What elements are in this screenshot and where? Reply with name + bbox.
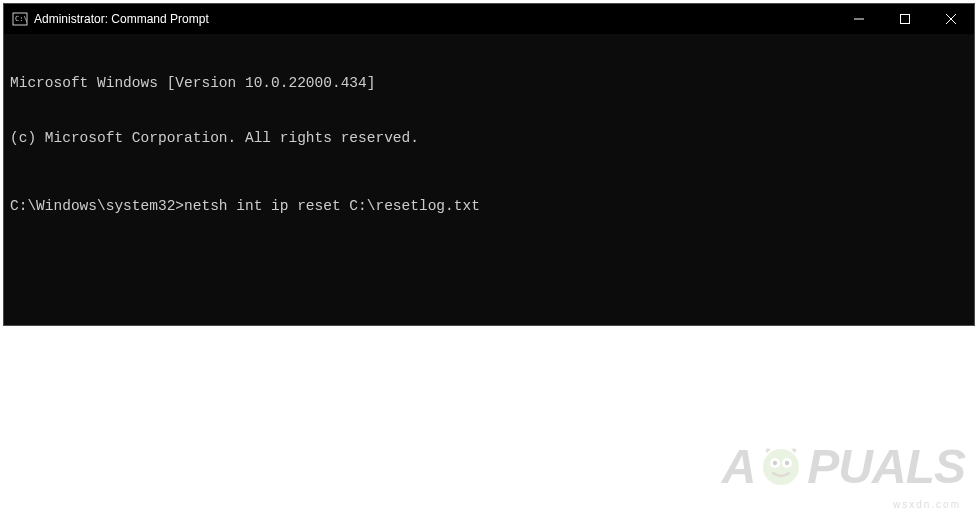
svg-point-6: [763, 449, 799, 485]
watermark-logo: A PUALS: [722, 439, 965, 494]
svg-text:C:\: C:\: [15, 15, 28, 23]
watermark-mascot-icon: [757, 443, 805, 491]
watermark-suffix: PUALS: [807, 439, 965, 494]
terminal-output-line: (c) Microsoft Corporation. All rights re…: [10, 129, 968, 147]
maximize-button[interactable]: [882, 4, 928, 34]
window-controls: [836, 4, 974, 34]
terminal-body[interactable]: Microsoft Windows [Version 10.0.22000.43…: [4, 34, 974, 325]
titlebar[interactable]: C:\ Administrator: Command Prompt: [4, 4, 974, 34]
watermark-prefix: A: [722, 439, 756, 494]
minimize-button[interactable]: [836, 4, 882, 34]
terminal-command: netsh int ip reset C:\resetlog.txt: [184, 198, 480, 214]
close-button[interactable]: [928, 4, 974, 34]
terminal-prompt: C:\Windows\system32>: [10, 198, 184, 214]
titlebar-left: C:\ Administrator: Command Prompt: [12, 11, 209, 27]
terminal-prompt-line: C:\Windows\system32>netsh int ip reset C…: [10, 197, 968, 215]
window-title: Administrator: Command Prompt: [34, 12, 209, 26]
cmd-icon: C:\: [12, 11, 28, 27]
command-prompt-window: C:\ Administrator: Command Prompt Micros…: [3, 3, 975, 326]
watermark-subtext: wsxdn.com: [893, 499, 961, 510]
svg-rect-3: [901, 15, 910, 24]
svg-point-10: [785, 460, 789, 464]
terminal-output-line: Microsoft Windows [Version 10.0.22000.43…: [10, 74, 968, 92]
svg-point-9: [773, 460, 777, 464]
